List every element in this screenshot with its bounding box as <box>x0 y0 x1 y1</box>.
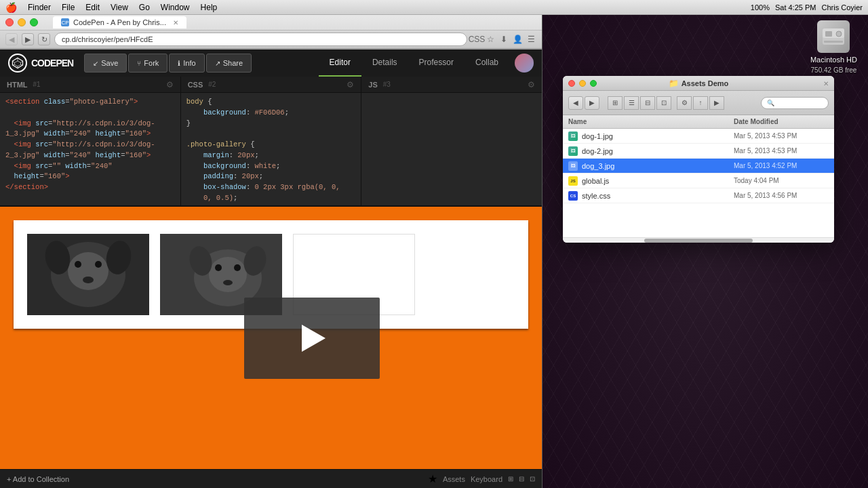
finder-close-x[interactable]: ✕ <box>823 79 829 87</box>
info-btn[interactable]: ℹ Info <box>169 54 204 73</box>
finder-file-row[interactable]: JS global.js Today 4:04 PM <box>563 174 834 188</box>
finder-icon-view-btn[interactable]: ⊞ <box>608 96 623 110</box>
menubar-right: 100% Sat 4:25 PM Chris Coyier <box>751 3 863 12</box>
finder-scrollbar-thumb[interactable] <box>644 239 753 243</box>
tab-details[interactable]: Details <box>361 49 408 77</box>
code-line <box>186 129 356 140</box>
finder-back-btn[interactable]: ◀ <box>568 96 583 110</box>
finder-titlebar: 📁 Assets Demo ✕ <box>563 76 834 91</box>
file-type-icon: CS <box>568 191 578 201</box>
file-name: dog-1.jpg <box>582 132 730 140</box>
play-button[interactable] <box>295 321 329 355</box>
finder-forward-btn[interactable]: ▶ <box>585 96 599 110</box>
fork-btn[interactable]: ⑂ Fork <box>128 54 167 73</box>
url-bar[interactable]: cp.d/chriscoyier/pen/HFcdE <box>54 33 467 46</box>
js-settings-icon[interactable]: ⚙ <box>528 80 535 89</box>
search-icon: 🔍 <box>767 100 774 106</box>
person-icon[interactable]: 👤 <box>512 34 523 45</box>
go-menu[interactable]: Go <box>139 3 150 12</box>
finder-maximize-btn[interactable] <box>590 80 597 87</box>
forward-btn[interactable]: ▶ <box>22 33 34 45</box>
file-name: style.css <box>582 192 730 200</box>
back-btn[interactable]: ◀ <box>5 33 18 45</box>
view-icon-1[interactable]: ⊞ <box>508 475 513 483</box>
finder-title: 📁 Assets Demo <box>669 79 729 88</box>
file-date: Mar 5, 2013 4:52 PM <box>734 162 829 169</box>
refresh-btn[interactable]: ↻ <box>38 33 50 45</box>
svg-point-21 <box>234 264 241 271</box>
tab-editor[interactable]: Editor <box>319 49 361 77</box>
help-menu[interactable]: Help <box>201 3 218 12</box>
preview-area <box>0 207 542 469</box>
svg-point-12 <box>75 261 81 268</box>
col-date-header[interactable]: Date Modified <box>734 118 829 125</box>
share-btn[interactable]: ↗ Share <box>206 54 252 73</box>
code-line: box-shadow: 0 2px 3px rgba(0, 0, <box>186 182 356 193</box>
hd-drive-icon <box>817 20 850 53</box>
css-settings-icon[interactable]: ⚙ <box>347 80 354 89</box>
finder-minimize-btn[interactable] <box>579 80 586 87</box>
code-line: background: white; <box>186 161 356 172</box>
svg-point-11 <box>83 277 94 283</box>
file-menu[interactable]: File <box>62 3 75 12</box>
save-btn[interactable]: ↙ Save <box>84 54 127 73</box>
tab-close-btn[interactable]: ✕ <box>173 19 178 26</box>
download-icon[interactable]: ⬇ <box>498 34 509 45</box>
window-close-btn[interactable] <box>5 18 14 26</box>
user-avatar[interactable] <box>515 54 534 73</box>
keyboard-label[interactable]: Keyboard <box>471 475 502 483</box>
css-panel-header: CSS #2 ⚙ <box>181 77 361 93</box>
favicon: CP <box>61 18 69 26</box>
finder-close-btn[interactable] <box>568 80 575 87</box>
apple-menu[interactable]: 🍎 <box>5 2 17 13</box>
settings-icon[interactable]: ☰ <box>526 34 536 45</box>
finder-file-row[interactable]: CS style.css Mar 5, 2013 4:56 PM <box>563 188 834 203</box>
finder-list-view-btn[interactable]: ☰ <box>624 96 639 110</box>
tab-professor[interactable]: Professor <box>408 49 465 77</box>
star-icon: ★ <box>428 472 437 485</box>
js-code[interactable] <box>361 93 542 205</box>
finder-column-view-btn[interactable]: ⊟ <box>640 96 655 110</box>
view-icon-3[interactable]: ⊡ <box>530 475 535 483</box>
svg-point-27 <box>836 31 842 37</box>
col-name-header[interactable]: Name <box>568 118 734 125</box>
bottom-right: ★ Assets Keyboard ⊞ ⊟ ⊡ <box>428 472 535 485</box>
js-num: #3 <box>383 81 391 88</box>
html-panel-header: HTML #1 ⚙ <box>0 77 180 93</box>
browser-window: CP CodePen - A Pen by Chris... ✕ ◀ ▶ ↻ c… <box>0 15 542 488</box>
finder-more-btn[interactable]: ▶ <box>709 96 724 110</box>
edit-menu[interactable]: Edit <box>85 3 100 12</box>
css-code[interactable]: body { background: #F06D06; } .photo-gal… <box>181 93 361 205</box>
finder-scrollbar[interactable] <box>563 237 834 243</box>
finder-search[interactable]: 🔍 <box>761 97 829 109</box>
window-minimize-btn[interactable] <box>18 18 26 26</box>
finder-share-btn[interactable]: ↑ <box>693 96 708 110</box>
file-date: Today 4:04 PM <box>734 177 829 184</box>
css-panel: CSS #2 ⚙ body { background: #F06D06; } .… <box>181 77 362 205</box>
html-code[interactable]: <section class="photo-gallery"> <img src… <box>0 93 180 205</box>
view-menu[interactable]: View <box>111 3 128 12</box>
battery-status: 100% <box>751 3 770 12</box>
finder-file-row[interactable]: 🖼 dog-1.jpg Mar 5, 2013 4:53 PM <box>563 129 834 144</box>
html-settings-icon[interactable]: ⚙ <box>166 80 174 89</box>
toolbar-icons: CSS ☆ ⬇ 👤 ☰ <box>471 34 536 45</box>
codepen-logo-text: CODEPEN <box>31 58 73 68</box>
finder-cover-view-btn[interactable]: ⊡ <box>656 96 671 110</box>
window-maximize-btn[interactable] <box>30 18 38 26</box>
assets-label[interactable]: Assets <box>443 475 465 483</box>
window-menu[interactable]: Window <box>161 3 190 12</box>
view-icon-2[interactable]: ⊟ <box>519 475 524 483</box>
add-to-collection-btn[interactable]: + Add to Collection <box>7 475 69 483</box>
browser-tab[interactable]: CP CodePen - A Pen by Chris... ✕ <box>53 16 186 28</box>
video-overlay[interactable] <box>244 298 380 379</box>
finder-action-btn[interactable]: ⚙ <box>677 96 692 110</box>
file-type-icon: 🖼 <box>568 131 578 141</box>
finder-file-row-selected[interactable]: 🖼 dog_3.jpg Mar 5, 2013 4:52 PM <box>563 159 834 174</box>
finder-file-row[interactable]: 🖼 dog-2.jpg Mar 5, 2013 4:53 PM <box>563 144 834 159</box>
tab-collab[interactable]: Collab <box>465 49 509 77</box>
bookmark-icon[interactable]: ☆ <box>485 34 496 45</box>
file-date: Mar 5, 2013 4:56 PM <box>734 192 829 199</box>
js-label: JS <box>368 81 377 89</box>
macintosh-hd-icon[interactable]: Macintosh HD 750.42 GB free <box>810 20 857 74</box>
finder-menu[interactable]: Finder <box>28 3 51 12</box>
